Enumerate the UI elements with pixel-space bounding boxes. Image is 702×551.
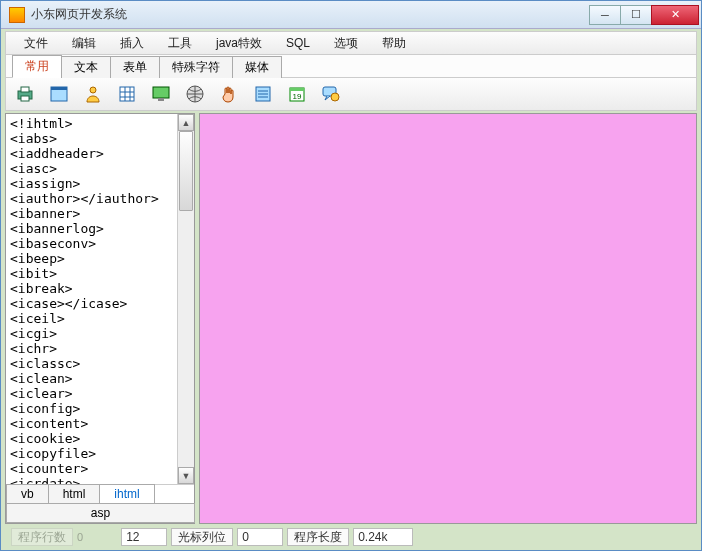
status-bar: 程序行数 0 12 光标列位 0 程序长度 0.24k (5, 526, 697, 548)
menu-帮助[interactable]: 帮助 (370, 33, 418, 54)
svg-rect-12 (158, 98, 164, 101)
svg-rect-6 (120, 87, 134, 101)
scroll-down-button[interactable]: ▼ (178, 467, 194, 484)
menu-文件[interactable]: 文件 (12, 33, 60, 54)
hand-icon[interactable] (218, 83, 240, 105)
svg-point-22 (331, 93, 339, 101)
bottom-tab-vb[interactable]: vb (6, 484, 49, 504)
bottom-tab-asp[interactable]: asp (6, 503, 195, 523)
grid-icon[interactable] (116, 83, 138, 105)
menu-插入[interactable]: 插入 (108, 33, 156, 54)
menu-选项[interactable]: 选项 (322, 33, 370, 54)
bottom-tab-bar: vbhtmlihtmlasp (6, 484, 194, 523)
tab-表单[interactable]: 表单 (110, 56, 160, 78)
lines-icon[interactable] (252, 83, 274, 105)
status-line-value: 12 (121, 528, 167, 546)
calendar-icon[interactable]: 19 (286, 83, 308, 105)
tab-特殊字符[interactable]: 特殊字符 (159, 56, 233, 78)
status-len-value: 0.24k (353, 528, 413, 546)
tab-媒体[interactable]: 媒体 (232, 56, 282, 78)
bottom-tab-ihtml[interactable]: ihtml (99, 484, 154, 504)
chat-icon[interactable] (320, 83, 342, 105)
menu-工具[interactable]: 工具 (156, 33, 204, 54)
tag-list[interactable]: <!ihtml> <iabs> <iaddheader> <iasc> <ias… (6, 114, 177, 484)
titlebar: 小东网页开发系统 ─ ☐ ✕ (1, 1, 701, 29)
scrollbar[interactable]: ▲ ▼ (177, 114, 194, 484)
left-panel: <!ihtml> <iabs> <iaddheader> <iasc> <ias… (5, 113, 195, 524)
app-icon (9, 7, 25, 23)
menu-编辑[interactable]: 编辑 (60, 33, 108, 54)
editor-area[interactable] (199, 113, 697, 524)
maximize-button[interactable]: ☐ (620, 5, 652, 25)
svg-rect-19 (290, 88, 304, 91)
tab-文本[interactable]: 文本 (61, 56, 111, 78)
status-len-label: 程序长度 (287, 528, 349, 546)
globe-icon[interactable] (184, 83, 206, 105)
scroll-track[interactable] (178, 131, 194, 467)
svg-rect-1 (21, 87, 29, 92)
scroll-up-button[interactable]: ▲ (178, 114, 194, 131)
printer-icon[interactable] (14, 83, 36, 105)
svg-point-5 (90, 87, 96, 93)
tab-bar: 常用文本表单特殊字符媒体 (5, 55, 697, 77)
svg-text:19: 19 (293, 92, 302, 101)
menu-java特效[interactable]: java特效 (204, 33, 274, 54)
svg-rect-2 (21, 96, 29, 101)
status-col-label: 光标列位 (171, 528, 233, 546)
person-icon[interactable] (82, 83, 104, 105)
minimize-button[interactable]: ─ (589, 5, 621, 25)
menu-SQL[interactable]: SQL (274, 34, 322, 52)
status-lines-label: 程序行数 (11, 528, 73, 546)
tab-常用[interactable]: 常用 (12, 55, 62, 78)
window-title: 小东网页开发系统 (31, 6, 590, 23)
svg-rect-4 (51, 87, 67, 90)
status-col-value: 0 (237, 528, 283, 546)
window-icon[interactable] (48, 83, 70, 105)
toolbar: 19 (5, 77, 697, 111)
svg-rect-11 (153, 87, 169, 98)
bottom-tab-html[interactable]: html (48, 484, 101, 504)
menubar: 文件编辑插入工具java特效SQL选项帮助 (5, 31, 697, 55)
close-button[interactable]: ✕ (651, 5, 699, 25)
scroll-thumb[interactable] (179, 131, 193, 211)
screen-icon[interactable] (150, 83, 172, 105)
